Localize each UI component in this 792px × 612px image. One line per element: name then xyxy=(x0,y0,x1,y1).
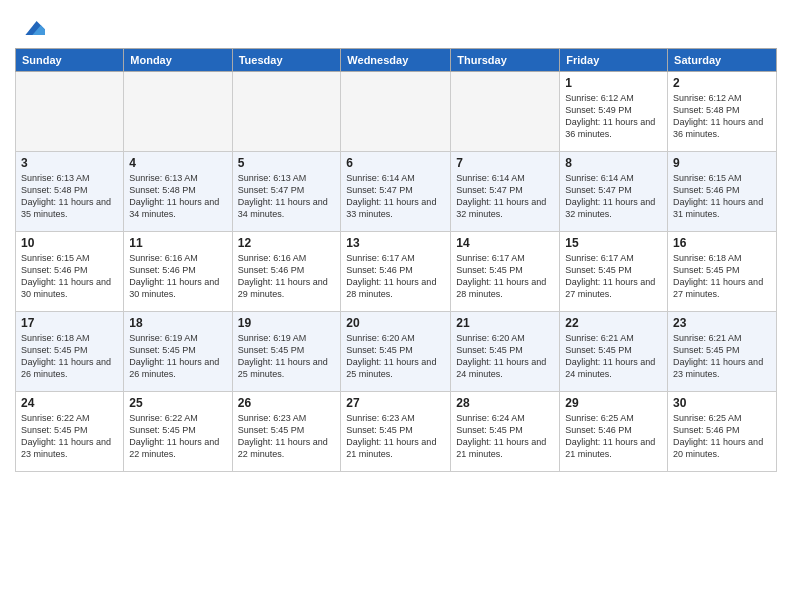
weekday-friday: Friday xyxy=(560,49,668,72)
logo-icon xyxy=(17,14,45,42)
day-info: Sunrise: 6:13 AM Sunset: 5:48 PM Dayligh… xyxy=(21,172,118,221)
day-info: Sunrise: 6:24 AM Sunset: 5:45 PM Dayligh… xyxy=(456,412,554,461)
day-number: 24 xyxy=(21,396,118,410)
day-info: Sunrise: 6:23 AM Sunset: 5:45 PM Dayligh… xyxy=(346,412,445,461)
day-number: 8 xyxy=(565,156,662,170)
day-number: 14 xyxy=(456,236,554,250)
day-info: Sunrise: 6:25 AM Sunset: 5:46 PM Dayligh… xyxy=(565,412,662,461)
week-row-4: 24Sunrise: 6:22 AM Sunset: 5:45 PM Dayli… xyxy=(16,392,777,472)
day-info: Sunrise: 6:22 AM Sunset: 5:45 PM Dayligh… xyxy=(21,412,118,461)
weekday-sunday: Sunday xyxy=(16,49,124,72)
day-number: 29 xyxy=(565,396,662,410)
day-number: 2 xyxy=(673,76,771,90)
day-info: Sunrise: 6:19 AM Sunset: 5:45 PM Dayligh… xyxy=(238,332,336,381)
calendar-cell xyxy=(124,72,232,152)
weekday-monday: Monday xyxy=(124,49,232,72)
day-number: 17 xyxy=(21,316,118,330)
day-number: 6 xyxy=(346,156,445,170)
day-info: Sunrise: 6:22 AM Sunset: 5:45 PM Dayligh… xyxy=(129,412,226,461)
weekday-wednesday: Wednesday xyxy=(341,49,451,72)
calendar-cell xyxy=(232,72,341,152)
calendar-cell: 29Sunrise: 6:25 AM Sunset: 5:46 PM Dayli… xyxy=(560,392,668,472)
day-info: Sunrise: 6:20 AM Sunset: 5:45 PM Dayligh… xyxy=(456,332,554,381)
calendar-cell: 19Sunrise: 6:19 AM Sunset: 5:45 PM Dayli… xyxy=(232,312,341,392)
day-number: 13 xyxy=(346,236,445,250)
day-info: Sunrise: 6:18 AM Sunset: 5:45 PM Dayligh… xyxy=(21,332,118,381)
weekday-header: SundayMondayTuesdayWednesdayThursdayFrid… xyxy=(16,49,777,72)
day-info: Sunrise: 6:25 AM Sunset: 5:46 PM Dayligh… xyxy=(673,412,771,461)
day-info: Sunrise: 6:21 AM Sunset: 5:45 PM Dayligh… xyxy=(565,332,662,381)
day-number: 5 xyxy=(238,156,336,170)
day-number: 11 xyxy=(129,236,226,250)
day-info: Sunrise: 6:14 AM Sunset: 5:47 PM Dayligh… xyxy=(346,172,445,221)
day-number: 10 xyxy=(21,236,118,250)
day-info: Sunrise: 6:12 AM Sunset: 5:48 PM Dayligh… xyxy=(673,92,771,141)
calendar-cell: 15Sunrise: 6:17 AM Sunset: 5:45 PM Dayli… xyxy=(560,232,668,312)
calendar-cell: 6Sunrise: 6:14 AM Sunset: 5:47 PM Daylig… xyxy=(341,152,451,232)
calendar-cell: 1Sunrise: 6:12 AM Sunset: 5:49 PM Daylig… xyxy=(560,72,668,152)
day-number: 7 xyxy=(456,156,554,170)
day-info: Sunrise: 6:17 AM Sunset: 5:45 PM Dayligh… xyxy=(456,252,554,301)
calendar-cell xyxy=(451,72,560,152)
calendar-cell: 10Sunrise: 6:15 AM Sunset: 5:46 PM Dayli… xyxy=(16,232,124,312)
calendar-cell: 30Sunrise: 6:25 AM Sunset: 5:46 PM Dayli… xyxy=(668,392,777,472)
day-number: 4 xyxy=(129,156,226,170)
day-number: 30 xyxy=(673,396,771,410)
calendar-cell: 22Sunrise: 6:21 AM Sunset: 5:45 PM Dayli… xyxy=(560,312,668,392)
calendar-cell: 27Sunrise: 6:23 AM Sunset: 5:45 PM Dayli… xyxy=(341,392,451,472)
calendar-cell xyxy=(341,72,451,152)
calendar-cell: 18Sunrise: 6:19 AM Sunset: 5:45 PM Dayli… xyxy=(124,312,232,392)
day-info: Sunrise: 6:17 AM Sunset: 5:45 PM Dayligh… xyxy=(565,252,662,301)
day-number: 26 xyxy=(238,396,336,410)
week-row-0: 1Sunrise: 6:12 AM Sunset: 5:49 PM Daylig… xyxy=(16,72,777,152)
calendar-cell: 11Sunrise: 6:16 AM Sunset: 5:46 PM Dayli… xyxy=(124,232,232,312)
day-number: 1 xyxy=(565,76,662,90)
day-info: Sunrise: 6:13 AM Sunset: 5:47 PM Dayligh… xyxy=(238,172,336,221)
day-number: 20 xyxy=(346,316,445,330)
calendar-cell: 17Sunrise: 6:18 AM Sunset: 5:45 PM Dayli… xyxy=(16,312,124,392)
week-row-2: 10Sunrise: 6:15 AM Sunset: 5:46 PM Dayli… xyxy=(16,232,777,312)
calendar-cell: 5Sunrise: 6:13 AM Sunset: 5:47 PM Daylig… xyxy=(232,152,341,232)
calendar-body: 1Sunrise: 6:12 AM Sunset: 5:49 PM Daylig… xyxy=(16,72,777,472)
day-number: 23 xyxy=(673,316,771,330)
day-info: Sunrise: 6:17 AM Sunset: 5:46 PM Dayligh… xyxy=(346,252,445,301)
calendar-cell: 16Sunrise: 6:18 AM Sunset: 5:45 PM Dayli… xyxy=(668,232,777,312)
day-number: 27 xyxy=(346,396,445,410)
calendar-cell: 12Sunrise: 6:16 AM Sunset: 5:46 PM Dayli… xyxy=(232,232,341,312)
calendar-cell: 25Sunrise: 6:22 AM Sunset: 5:45 PM Dayli… xyxy=(124,392,232,472)
calendar-cell: 8Sunrise: 6:14 AM Sunset: 5:47 PM Daylig… xyxy=(560,152,668,232)
day-number: 21 xyxy=(456,316,554,330)
calendar-cell: 9Sunrise: 6:15 AM Sunset: 5:46 PM Daylig… xyxy=(668,152,777,232)
day-number: 15 xyxy=(565,236,662,250)
day-info: Sunrise: 6:19 AM Sunset: 5:45 PM Dayligh… xyxy=(129,332,226,381)
header-row xyxy=(15,10,777,42)
calendar-cell: 14Sunrise: 6:17 AM Sunset: 5:45 PM Dayli… xyxy=(451,232,560,312)
calendar-cell: 13Sunrise: 6:17 AM Sunset: 5:46 PM Dayli… xyxy=(341,232,451,312)
day-number: 3 xyxy=(21,156,118,170)
week-row-3: 17Sunrise: 6:18 AM Sunset: 5:45 PM Dayli… xyxy=(16,312,777,392)
day-info: Sunrise: 6:14 AM Sunset: 5:47 PM Dayligh… xyxy=(456,172,554,221)
day-number: 9 xyxy=(673,156,771,170)
calendar-cell: 4Sunrise: 6:13 AM Sunset: 5:48 PM Daylig… xyxy=(124,152,232,232)
day-info: Sunrise: 6:20 AM Sunset: 5:45 PM Dayligh… xyxy=(346,332,445,381)
day-info: Sunrise: 6:15 AM Sunset: 5:46 PM Dayligh… xyxy=(21,252,118,301)
week-row-1: 3Sunrise: 6:13 AM Sunset: 5:48 PM Daylig… xyxy=(16,152,777,232)
calendar-cell xyxy=(16,72,124,152)
day-number: 12 xyxy=(238,236,336,250)
logo xyxy=(15,14,45,42)
calendar-cell: 7Sunrise: 6:14 AM Sunset: 5:47 PM Daylig… xyxy=(451,152,560,232)
day-info: Sunrise: 6:14 AM Sunset: 5:47 PM Dayligh… xyxy=(565,172,662,221)
calendar-cell: 20Sunrise: 6:20 AM Sunset: 5:45 PM Dayli… xyxy=(341,312,451,392)
calendar-cell: 2Sunrise: 6:12 AM Sunset: 5:48 PM Daylig… xyxy=(668,72,777,152)
day-number: 25 xyxy=(129,396,226,410)
day-info: Sunrise: 6:23 AM Sunset: 5:45 PM Dayligh… xyxy=(238,412,336,461)
calendar-table: SundayMondayTuesdayWednesdayThursdayFrid… xyxy=(15,48,777,472)
day-info: Sunrise: 6:18 AM Sunset: 5:45 PM Dayligh… xyxy=(673,252,771,301)
day-info: Sunrise: 6:15 AM Sunset: 5:46 PM Dayligh… xyxy=(673,172,771,221)
calendar-cell: 3Sunrise: 6:13 AM Sunset: 5:48 PM Daylig… xyxy=(16,152,124,232)
weekday-tuesday: Tuesday xyxy=(232,49,341,72)
day-info: Sunrise: 6:16 AM Sunset: 5:46 PM Dayligh… xyxy=(238,252,336,301)
calendar-cell: 26Sunrise: 6:23 AM Sunset: 5:45 PM Dayli… xyxy=(232,392,341,472)
calendar-container: SundayMondayTuesdayWednesdayThursdayFrid… xyxy=(0,0,792,477)
weekday-saturday: Saturday xyxy=(668,49,777,72)
